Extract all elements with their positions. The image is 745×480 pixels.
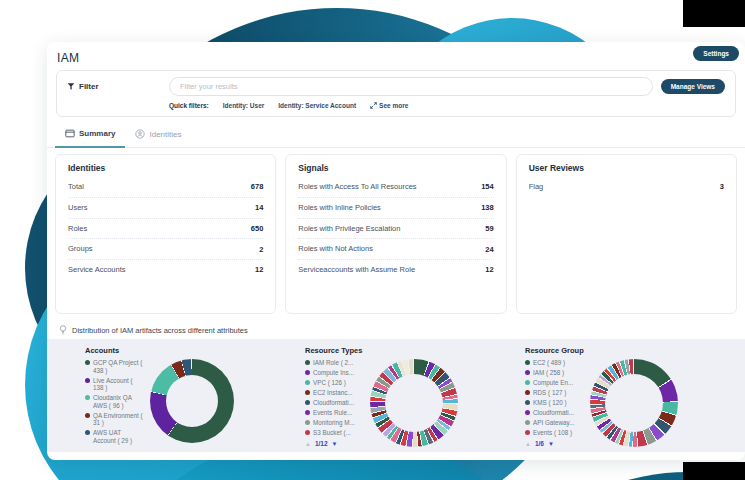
filter-label-group: Filter (67, 77, 169, 110)
legend-item: Cloudformati... (525, 409, 583, 417)
card-title: Signals (298, 163, 493, 173)
pager-up-icon[interactable]: ▲ (525, 441, 531, 447)
card-title: Identities (68, 163, 263, 173)
donut-hole (385, 374, 443, 432)
legend-item: KMS ( 120 ) (525, 399, 583, 407)
legend-color-dot (305, 390, 310, 395)
stat-row-total: Total 678 (68, 177, 263, 198)
legend-color-dot (305, 430, 310, 435)
donut-hole (166, 375, 218, 427)
filter-label: Filter (79, 82, 99, 91)
legend-label: Compute En... (533, 379, 573, 387)
pager-page-label: 1/6 (535, 440, 544, 447)
legend-item: Live Account ( 138 ) (85, 377, 143, 392)
legend-color-dot (525, 370, 530, 375)
legend-color-dot (85, 395, 90, 400)
legend-item: API Gateway... (525, 419, 583, 427)
legend-color-dot (525, 360, 530, 365)
donut-hole (605, 374, 663, 432)
quick-filters-label: Quick filters: (169, 102, 209, 109)
window-header: IAM Settings (47, 42, 745, 70)
tab-identities[interactable]: Identities (125, 123, 191, 147)
pager-up-icon[interactable]: ▲ (305, 441, 311, 447)
legend-color-dot (85, 360, 90, 365)
legend-item: S3 Bucket (... (305, 429, 363, 437)
manage-views-button[interactable]: Manage Views (661, 79, 725, 94)
accounts-legend: GCP QA Project ( 438 )Live Account ( 138… (85, 359, 143, 444)
quick-filter-identity-user[interactable]: Identity: User (223, 102, 265, 109)
legend-item: Compute Ins... (305, 369, 363, 377)
legend-item: EC2 ( 489 ) (525, 359, 583, 367)
stat-row-flag: Flag 3 (529, 177, 724, 197)
resource-group-legend: EC2 ( 489 )IAM ( 258 )Compute En...RDS (… (525, 359, 583, 437)
signals-card: Signals Roles with Access To All Resourc… (285, 154, 506, 314)
accounts-donut-chart[interactable] (150, 359, 234, 443)
legend-color-dot (525, 390, 530, 395)
legend-item: AWS UAT Account ( 29 ) (85, 429, 143, 444)
legend-label: Live Account ( 138 ) (93, 377, 143, 392)
user-reviews-card: User Reviews Flag 3 (516, 154, 737, 314)
legend-label: Cloudformati... (313, 399, 354, 407)
resource-group-pager: ▲ 1/6 ▼ (525, 440, 583, 447)
legend-label: AWS UAT Account ( 29 ) (93, 429, 143, 444)
legend-label: RDS ( 127 ) (533, 389, 566, 397)
legend-item: GCP QA Project ( 438 ) (85, 359, 143, 374)
legend-label: Monitoring M... (313, 419, 355, 427)
settings-button[interactable]: Settings (693, 46, 739, 61)
legend-label: KMS ( 120 ) (533, 399, 567, 407)
chart-resource-group: Resource Group EC2 ( 489 )IAM ( 258 )Com… (525, 346, 721, 452)
distribution-charts-panel: Accounts GCP QA Project ( 438 )Live Acco… (47, 339, 745, 452)
legend-label: Events ( 108 ) (533, 429, 572, 437)
legend-color-dot (525, 420, 530, 425)
pager-page-label: 1/12 (315, 440, 328, 447)
pager-down-icon[interactable]: ▼ (332, 441, 338, 447)
stat-row-service-accounts: Service Accounts 12 (68, 260, 263, 280)
legend-item: IAM ( 258 ) (525, 369, 583, 377)
stat-row-roles: Roles 650 (68, 219, 263, 240)
lightbulb-icon (59, 325, 67, 335)
filter-funnel-icon (67, 82, 75, 91)
screen-cutout-bottom-right (683, 462, 745, 480)
legend-item: Events ( 108 ) (525, 429, 583, 437)
legend-item: Cloudformati... (305, 399, 363, 407)
filter-panel: Filter Manage Views Quick filters: Ident… (56, 70, 736, 117)
legend-label: EC2 ( 489 ) (533, 359, 565, 367)
tab-summary[interactable]: Summary (55, 123, 125, 148)
legend-label: QA Environment ( 31 ) (93, 412, 143, 427)
legend-color-dot (525, 430, 530, 435)
card-title: User Reviews (529, 163, 724, 173)
legend-color-dot (85, 413, 90, 418)
resource-types-donut-chart[interactable] (370, 359, 458, 447)
chart-resource-types: Resource Types IAM Role ( 2...Compute In… (305, 346, 501, 452)
legend-label: API Gateway... (533, 419, 575, 427)
legend-label: GCP QA Project ( 438 ) (93, 359, 143, 374)
legend-item: Compute En... (525, 379, 583, 387)
tab-bar: Summary Identities (47, 123, 745, 148)
page-background: IAM Settings Filter Manage Views Quick f… (0, 0, 745, 480)
summary-window-icon (65, 129, 75, 138)
legend-color-dot (305, 410, 310, 415)
legend-label: Compute Ins... (313, 369, 354, 377)
chart-accounts: Accounts GCP QA Project ( 438 )Live Acco… (85, 346, 281, 452)
legend-item: Monitoring M... (305, 419, 363, 427)
filter-controls: Manage Views Quick filters: Identity: Us… (169, 77, 725, 110)
stat-row-access-all: Roles with Access To All Resources 154 (298, 177, 493, 198)
pager-down-icon[interactable]: ▼ (548, 441, 554, 447)
legend-color-dot (85, 430, 90, 435)
quick-filters-row: Quick filters: Identity: User Identity: … (169, 101, 725, 110)
stat-row-not-actions: Roles with Not Actions 24 (298, 239, 493, 260)
legend-label: IAM ( 258 ) (533, 369, 564, 377)
legend-item: Cloudanix QA AWS ( 96 ) (85, 394, 143, 409)
stat-row-assume-role: Serviceaccounts with Assume Role 12 (298, 260, 493, 280)
page-title: IAM (57, 51, 735, 65)
identities-card: Identities Total 678 Users 14 Roles 650 … (55, 154, 276, 314)
legend-item: RDS ( 127 ) (525, 389, 583, 397)
chart-title: Resource Group (525, 346, 721, 355)
filter-input[interactable] (169, 77, 653, 96)
summary-cards: Identities Total 678 Users 14 Roles 650 … (47, 148, 745, 320)
resource-group-donut-chart[interactable] (590, 359, 678, 447)
quick-filter-identity-service-account[interactable]: Identity: Service Account (278, 102, 356, 109)
legend-label: Cloudformati... (533, 409, 574, 417)
see-more-link[interactable]: See more (370, 102, 408, 109)
distribution-header: Distribution of IAM artifacts across dif… (47, 320, 745, 339)
